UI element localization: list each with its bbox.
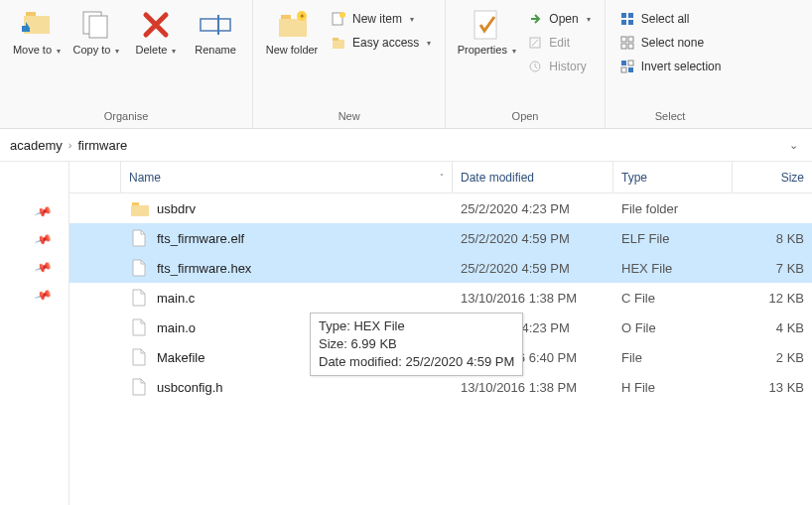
new-item-button[interactable]: New item▾ [327, 8, 435, 30]
file-icon [131, 378, 149, 396]
edit-button[interactable]: Edit [523, 32, 594, 54]
rename-icon [199, 8, 232, 42]
select-none-button[interactable]: Select none [615, 32, 726, 54]
pin-icon[interactable]: 📌 [34, 258, 54, 277]
new-item-label: New item [352, 12, 402, 26]
file-date: 25/2/2020 4:59 PM [453, 261, 613, 276]
file-type: C File [613, 291, 733, 306]
delete-button[interactable]: Delete ▾ [129, 4, 183, 58]
ribbon-group-label-open: Open [456, 106, 594, 128]
file-name: main.o [157, 320, 196, 335]
column-header-row: Name ˄ Date modified Type Size [69, 162, 812, 193]
history-label: History [549, 60, 586, 73]
move-to-button[interactable]: Move to ▾ [10, 4, 64, 58]
svg-rect-7 [279, 19, 307, 37]
ribbon-group-select: Select all Select none Invert selection … [606, 0, 736, 128]
invert-selection-button[interactable]: Invert selection [615, 56, 726, 77]
file-type: H File [613, 380, 733, 395]
file-row[interactable]: main.c13/10/2016 1:38 PMC File12 KB [69, 283, 812, 313]
properties-label: Properties [458, 44, 507, 56]
svg-rect-14 [474, 11, 496, 39]
open-icon [527, 11, 543, 27]
easy-access-icon [331, 35, 346, 51]
column-header-size[interactable]: Size [733, 162, 812, 192]
column-header-type[interactable]: Type [613, 162, 733, 192]
sort-ascending-icon: ˄ [440, 173, 444, 182]
invert-selection-icon [619, 59, 635, 74]
file-icon [131, 259, 149, 277]
svg-rect-4 [201, 19, 230, 31]
svg-rect-25 [621, 61, 626, 65]
ribbon: Move to ▾ Copy to ▾ Delete ▾ Rename [0, 0, 812, 129]
nav-pane: 📌 📌 📌 📌 [0, 162, 69, 505]
file-list: Name ˄ Date modified Type Size usbdrv25/… [69, 162, 812, 505]
chevron-down-icon: ▾ [410, 15, 414, 24]
select-none-icon [619, 35, 635, 51]
svg-rect-12 [333, 40, 344, 49]
svg-rect-17 [621, 13, 626, 18]
svg-rect-29 [132, 202, 139, 205]
file-row[interactable]: usbconfig.h13/10/2016 1:38 PMH File13 KB [69, 372, 812, 402]
breadcrumb-parent[interactable]: academy [10, 138, 63, 153]
file-row[interactable]: fts_firmware.elf25/2/2020 4:59 PMELF Fil… [69, 223, 812, 253]
copy-to-button[interactable]: Copy to ▾ [69, 4, 123, 58]
file-name: usbconfig.h [157, 380, 223, 395]
chevron-down-icon: ▾ [512, 47, 516, 56]
file-date: 25/2/2020 4:23 PM [453, 201, 613, 216]
svg-rect-23 [621, 44, 626, 49]
pin-icon[interactable]: 📌 [34, 230, 54, 249]
properties-button[interactable]: Properties ▾ [456, 4, 517, 58]
easy-access-button[interactable]: Easy access▾ [327, 32, 435, 54]
new-folder-label: New folder [266, 44, 319, 57]
delete-label: Delete [136, 44, 168, 56]
svg-rect-27 [621, 67, 626, 72]
file-name: fts_firmware.elf [157, 231, 244, 246]
pin-icon[interactable]: 📌 [34, 202, 54, 221]
easy-access-label: Easy access [352, 36, 419, 50]
file-icon [131, 318, 149, 336]
file-type: HEX File [613, 261, 733, 276]
file-size: 12 KB [733, 291, 812, 306]
new-folder-button[interactable]: ✦ New folder [263, 4, 321, 57]
svg-rect-26 [628, 61, 633, 65]
file-size: 8 KB [733, 231, 812, 246]
column-header-name[interactable]: Name ˄ [121, 162, 453, 192]
svg-rect-22 [628, 37, 633, 42]
file-row[interactable]: usbdrv25/2/2020 4:23 PMFile folder [69, 193, 812, 223]
file-date: 13/10/2016 1:38 PM [453, 380, 613, 395]
rename-button[interactable]: Rename [189, 4, 242, 57]
file-row[interactable]: fts_firmware.hex25/2/2020 4:59 PMHEX Fil… [69, 253, 812, 283]
pin-icon[interactable]: 📌 [34, 286, 54, 305]
svg-text:✦: ✦ [299, 12, 306, 21]
history-button[interactable]: History [523, 56, 594, 77]
file-type: File [613, 350, 733, 365]
properties-icon [470, 8, 503, 42]
select-all-button[interactable]: Select all [615, 8, 726, 30]
tooltip: Type: HEX File Size: 6.99 KB Date modifi… [310, 313, 523, 376]
open-button[interactable]: Open▾ [523, 8, 594, 30]
new-folder-icon: ✦ [275, 8, 309, 42]
rename-label: Rename [195, 44, 236, 57]
breadcrumb-current[interactable]: firmware [77, 138, 127, 153]
new-item-icon [331, 11, 346, 27]
chevron-down-icon: ▾ [172, 47, 176, 56]
file-size: 13 KB [733, 380, 812, 395]
column-header-date[interactable]: Date modified [453, 162, 613, 192]
file-size: 2 KB [733, 350, 812, 365]
file-date: 13/10/2016 1:38 PM [453, 291, 613, 306]
edit-icon [527, 35, 543, 51]
file-name: main.c [157, 291, 195, 306]
file-icon [131, 229, 149, 247]
file-size: 4 KB [733, 320, 812, 335]
svg-rect-3 [89, 16, 107, 38]
svg-rect-24 [628, 44, 633, 49]
edit-label: Edit [549, 36, 570, 50]
select-all-label: Select all [641, 12, 690, 26]
chevron-down-icon[interactable]: ⌄ [785, 137, 802, 154]
file-name: fts_firmware.hex [157, 261, 251, 276]
invert-selection-label: Invert selection [641, 60, 722, 73]
copy-to-icon [79, 8, 113, 42]
move-to-icon [20, 8, 54, 42]
breadcrumb[interactable]: academy › firmware ⌄ [0, 129, 812, 162]
column-spacer [69, 162, 121, 192]
